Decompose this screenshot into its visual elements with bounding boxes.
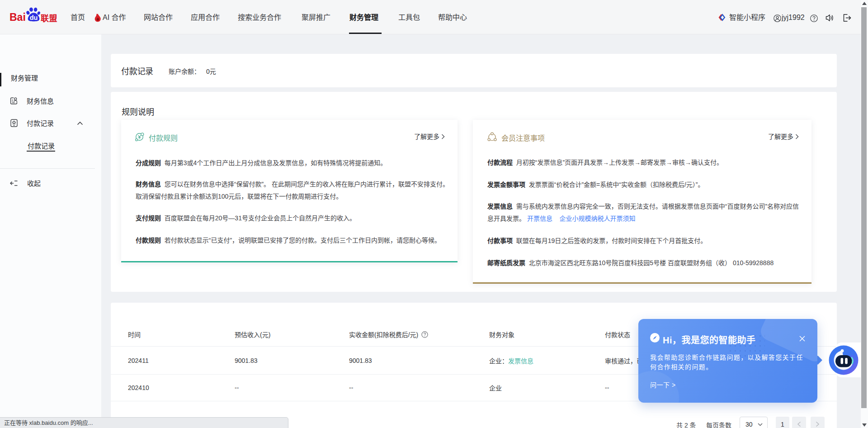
svg-text:du: du [30, 14, 38, 21]
